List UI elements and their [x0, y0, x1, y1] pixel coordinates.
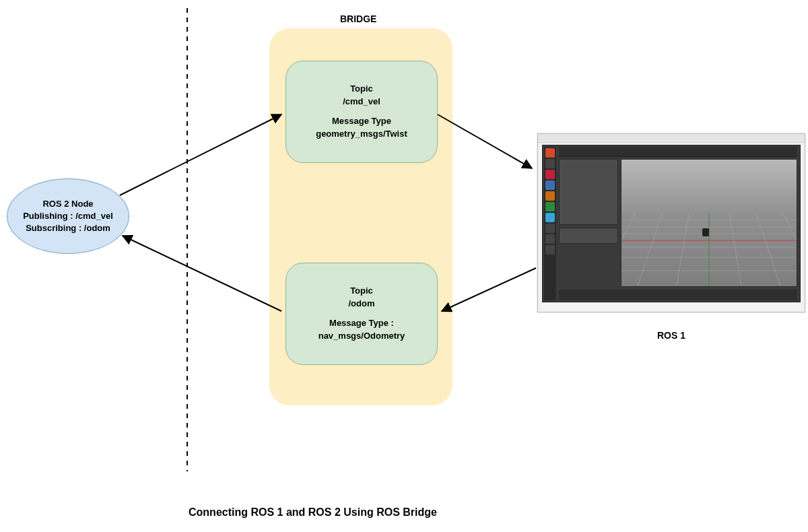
spacer — [286, 310, 437, 317]
sim-3d-viewport — [621, 159, 797, 287]
ros1-label: ROS 1 — [657, 330, 685, 341]
message-type-label: Message Type : — [286, 317, 437, 330]
arrow-ros2-to-cmdvel — [120, 114, 281, 195]
topic-label: Topic — [286, 285, 437, 298]
dock-icon — [545, 148, 555, 158]
topic-name: /odom — [286, 298, 437, 310]
sim-window-titlebar — [538, 134, 805, 143]
dock-icon — [545, 213, 555, 222]
svg-line-13 — [756, 213, 783, 287]
bridge-topic-cmd-vel: Topic /cmd_vel Message Type geometry_msg… — [285, 61, 438, 163]
ros2-node-ellipse: ROS 2 Node Publishing : /cmd_vel Subscri… — [7, 178, 129, 254]
dock-icon — [545, 234, 555, 244]
sim-status-bar — [542, 304, 801, 310]
svg-line-11 — [675, 213, 689, 287]
svg-line-12 — [729, 213, 743, 287]
diagram-canvas: BRIDGE Topic /cmd_vel Message Type geome… — [0, 0, 808, 532]
dock-icon — [545, 180, 555, 190]
arrow-odom-to-ros2 — [123, 236, 281, 311]
svg-line-9 — [621, 213, 635, 287]
bridge-topic-odom: Topic /odom Message Type : nav_msgs/Odom… — [285, 263, 438, 365]
dock-icon — [545, 224, 555, 233]
sim-toolbar — [559, 147, 797, 157]
dock-icon — [545, 191, 555, 201]
ros2-node-sub: Subscribing : /odom — [7, 222, 129, 234]
arrow-ros1-to-odom — [442, 268, 536, 311]
sim-robot-icon — [702, 228, 709, 236]
svg-line-14 — [783, 213, 797, 287]
sim-grid-icon — [621, 160, 797, 287]
svg-line-10 — [635, 213, 662, 287]
dock-icon — [545, 245, 555, 255]
sim-bottom-toolbar — [559, 290, 797, 300]
sim-side-panel-small — [559, 228, 618, 244]
sim-side-panel — [559, 159, 618, 225]
topic-label: Topic — [286, 83, 437, 96]
sim-window-body — [542, 145, 801, 302]
message-type: geometry_msgs/Twist — [286, 128, 437, 141]
topic-name: /cmd_vel — [286, 96, 437, 108]
sim-dock — [544, 147, 556, 300]
ros2-node-pub: Publishing : /cmd_vel — [7, 210, 129, 222]
spacer — [286, 108, 437, 115]
ros2-node-title: ROS 2 Node — [7, 198, 129, 210]
dock-icon — [545, 170, 555, 179]
ros1-simulator-screenshot — [537, 133, 805, 312]
dock-icon — [545, 159, 555, 168]
message-type: nav_msgs/Odometry — [286, 330, 437, 343]
dock-icon — [545, 202, 555, 211]
message-type-label: Message Type — [286, 115, 437, 128]
bridge-title: BRIDGE — [340, 13, 376, 24]
diagram-caption: Connecting ROS 1 and ROS 2 Using ROS Bri… — [189, 506, 437, 519]
